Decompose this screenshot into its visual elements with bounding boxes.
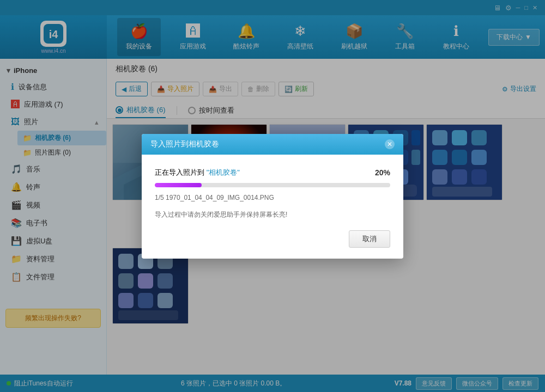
modal-target: "相机胶卷" (207, 168, 240, 176)
modal-footer: 取消 (155, 230, 390, 248)
progress-bar (155, 183, 390, 187)
modal-status-text: 正在导入照片到 "相机胶卷" (155, 168, 240, 177)
modal-body: 正在导入照片到 "相机胶卷" 20% 1/5 1970_01_04_04_09_… (142, 155, 403, 259)
modal-warning: 导入过程中请勿关闭爱思助手并保持屏幕长亮! (155, 210, 390, 219)
import-modal: 导入照片到相机胶卷 ✕ 正在导入照片到 "相机胶卷" 20% 1/5 1970_… (142, 134, 403, 259)
modal-overlay: 导入照片到相机胶卷 ✕ 正在导入照片到 "相机胶卷" 20% 1/5 1970_… (0, 0, 545, 392)
progress-fill (155, 183, 202, 187)
modal-percent: 20% (375, 168, 390, 177)
modal-filename: 1/5 1970_01_04_04_09_IMG_0014.PNG (155, 194, 390, 201)
modal-close-button[interactable]: ✕ (385, 139, 395, 149)
modal-status-line: 正在导入照片到 "相机胶卷" 20% (155, 168, 390, 177)
modal-header: 导入照片到相机胶卷 ✕ (142, 134, 403, 155)
cancel-button[interactable]: 取消 (349, 230, 390, 248)
